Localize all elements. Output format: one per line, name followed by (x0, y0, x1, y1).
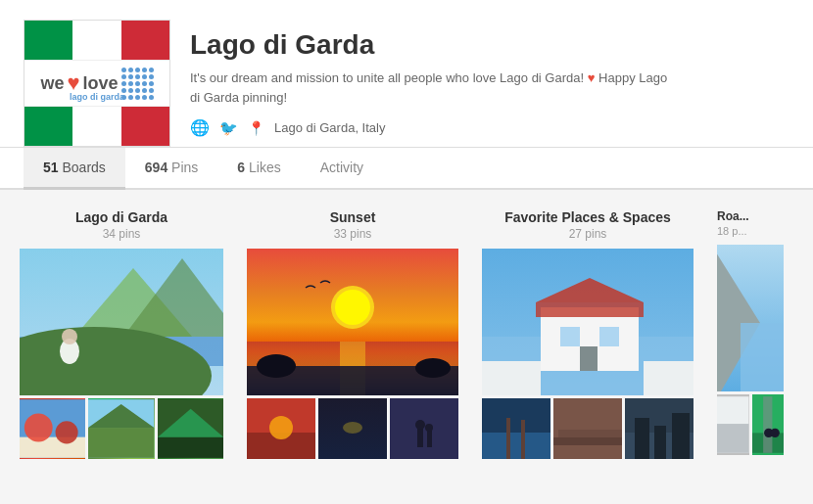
svg-rect-15 (158, 437, 223, 458)
board-favorite-places[interactable]: Favorite Places & Spaces 27 pins (470, 209, 705, 459)
board-lago-di-garda-thumbs (20, 398, 223, 459)
flag-green-bottom (24, 107, 72, 146)
svg-rect-63 (717, 424, 749, 453)
flag-red-top (121, 21, 169, 60)
svg-rect-42 (580, 346, 598, 371)
tab-boards[interactable]: 51 Boards (24, 148, 125, 190)
profile-header: we ♥ love lago di garda Lago di Garda (0, 0, 813, 148)
svg-point-34 (425, 424, 433, 432)
board-favorite-thumb-1 (482, 398, 550, 459)
svg-rect-40 (560, 327, 580, 346)
svg-rect-52 (563, 422, 622, 430)
globe-icon[interactable]: 🌐 (190, 118, 210, 137)
tab-pins-count: 694 (145, 160, 167, 175)
board-thumb-1 (20, 398, 85, 459)
tab-pins[interactable]: 694 Pins (125, 148, 217, 190)
board-sunset-thumbs (247, 398, 458, 459)
svg-rect-56 (654, 426, 666, 459)
logo-heart: ♥ (67, 70, 79, 96)
board-favorite-places-images (482, 249, 693, 459)
svg-rect-47 (506, 418, 510, 459)
tabs-bar: 51 Boards 694 Pins 6 Likes Activity (0, 148, 813, 190)
board-thumb-3 (158, 398, 223, 459)
board-roa-main-image (717, 245, 784, 391)
svg-point-29 (343, 422, 362, 434)
svg-point-10 (56, 421, 78, 443)
svg-point-27 (269, 416, 293, 439)
board-sunset-images (247, 249, 458, 459)
board-sunset-thumb-1 (247, 398, 315, 459)
svg-point-19 (335, 290, 370, 325)
profile-description: It's our dream and mission to unite all … (190, 69, 680, 107)
board-roa[interactable]: Roa... 18 p... (705, 209, 784, 459)
tab-likes-label: Likes (249, 160, 281, 175)
board-favorite-places-title: Favorite Places & Spaces (482, 209, 693, 225)
board-favorite-thumb-3 (625, 398, 693, 459)
svg-rect-33 (427, 431, 432, 447)
svg-rect-66 (763, 396, 772, 453)
svg-point-68 (770, 429, 779, 437)
board-roa-images (717, 245, 784, 455)
logo-love: love (83, 73, 119, 94)
board-lago-di-garda-pins: 34 pins (20, 227, 223, 241)
flag-red-bottom (121, 107, 169, 146)
tab-activity-label: Activity (320, 160, 363, 175)
logo-we: we (40, 73, 64, 94)
board-sunset[interactable]: Sunset 33 pins (235, 209, 470, 459)
flag-white-bottom (72, 107, 120, 146)
heart-icon: ♥ (588, 70, 596, 85)
board-lago-di-garda-images (20, 249, 223, 459)
board-roa-thumbs (717, 394, 784, 455)
logo-middle: we ♥ love lago di garda (24, 60, 169, 107)
profile-info: Lago di Garda It's our dream and mission… (190, 20, 789, 137)
flag-bottom (24, 107, 169, 146)
svg-rect-46 (482, 433, 550, 459)
svg-rect-44 (644, 361, 693, 395)
svg-point-23 (257, 354, 296, 378)
svg-rect-43 (482, 361, 541, 395)
svg-rect-55 (635, 418, 649, 459)
board-roa-title: Roa... (717, 209, 784, 223)
svg-point-24 (415, 358, 451, 378)
twitter-icon[interactable]: 🐦 (219, 119, 238, 137)
boards-container: Lago di Garda 34 pins (0, 190, 813, 459)
board-sunset-thumb-2 (318, 398, 387, 459)
board-sunset-pins: 33 pins (247, 227, 458, 241)
svg-rect-50 (553, 437, 622, 445)
svg-rect-48 (521, 420, 525, 459)
tab-likes[interactable]: 6 Likes (217, 148, 300, 190)
board-sunset-thumb-3 (390, 398, 458, 459)
tab-likes-count: 6 (237, 160, 245, 175)
svg-rect-51 (558, 430, 622, 437)
board-lago-di-garda-title: Lago di Garda (20, 209, 223, 225)
svg-rect-8 (20, 437, 85, 458)
svg-point-32 (415, 420, 425, 430)
svg-rect-61 (741, 323, 784, 391)
svg-point-6 (62, 329, 77, 344)
board-sunset-main-image (247, 249, 458, 395)
tab-pins-label: Pins (171, 160, 198, 175)
svg-rect-31 (417, 428, 423, 447)
svg-point-9 (24, 414, 53, 442)
profile-logo: we ♥ love lago di garda (24, 20, 170, 147)
tab-boards-count: 51 (43, 160, 59, 175)
profile-meta: 🌐 🐦 📍 Lago di Garda, Italy (190, 118, 789, 137)
board-roa-thumb-2 (752, 394, 785, 455)
svg-rect-38 (536, 302, 644, 317)
flag-white-top (72, 21, 120, 60)
svg-rect-12 (88, 428, 154, 458)
board-roa-thumb-1 (717, 394, 749, 455)
board-favorite-places-main-image (482, 249, 693, 395)
profile-location: Lago di Garda, Italy (274, 120, 385, 135)
logo-dots (121, 68, 154, 100)
board-roa-pins: 18 p... (717, 225, 784, 237)
board-lago-di-garda[interactable]: Lago di Garda 34 pins (0, 209, 235, 459)
tab-activity[interactable]: Activity (301, 148, 383, 190)
board-favorite-places-pins: 27 pins (482, 227, 693, 241)
board-sunset-title: Sunset (247, 209, 458, 225)
flag-top (24, 21, 169, 60)
board-thumb-2 (88, 398, 154, 459)
profile-name: Lago di Garda (190, 29, 789, 61)
flag-green-top (24, 21, 72, 60)
svg-rect-57 (672, 413, 690, 459)
